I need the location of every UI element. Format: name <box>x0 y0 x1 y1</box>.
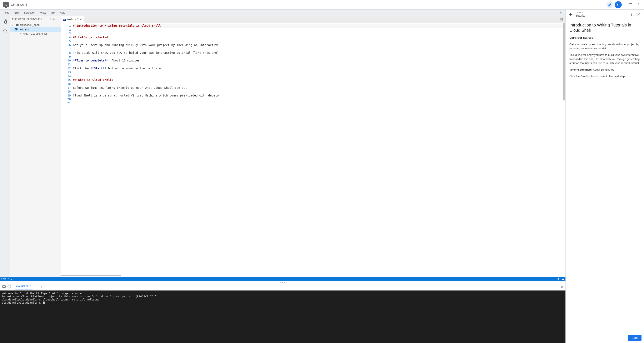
tree-item-label: README-cloudshell.txt <box>19 32 47 36</box>
editor-menubar: File Edit Selection View Go Help ✕ <box>0 10 566 16</box>
more-button[interactable] <box>635 1 642 8</box>
svg-rect-8 <box>562 279 564 280</box>
svg-point-4 <box>638 6 639 6</box>
code-editor[interactable]: 123456789101112131415161718192021 # Intr… <box>61 23 566 274</box>
tutorial-title: Introduction to Writing Tutorials in Clo… <box>570 22 640 33</box>
tutorial-header-title: Tutorial <box>576 14 585 17</box>
pane-resize-handle[interactable]: • • • <box>0 281 566 284</box>
top-app-bar: Cloud Shell <box>0 0 644 10</box>
editor-status-bar: 0 0 <box>0 277 566 281</box>
divider <box>624 2 624 7</box>
tutorial-back-icon[interactable] <box>567 11 574 18</box>
svg-point-11 <box>631 13 632 13</box>
explorer-more-icon[interactable]: ⋯ <box>56 18 58 21</box>
explorer-title: EXPLORER: CLOUDSHELL <box>12 18 42 20</box>
tutorial-close-icon[interactable] <box>635 11 642 18</box>
tutorial-paragraph: This guide will show you how to build yo… <box>570 53 640 65</box>
topbar-right <box>606 1 642 8</box>
console-icon <box>616 3 620 7</box>
editor-tab-hello-md[interactable]: M↓ hello.md ✕ <box>61 16 84 23</box>
notifications-icon[interactable] <box>557 278 560 280</box>
tutorial-paragraph: Click the Start button to move to the ne… <box>570 74 640 78</box>
status-warnings[interactable]: 0 <box>8 278 12 280</box>
explorer-icon[interactable] <box>1 18 9 26</box>
more-vert-icon <box>637 3 641 7</box>
settings-icon[interactable] <box>8 285 11 289</box>
warning-icon <box>8 278 10 280</box>
tree-folder-cloudshell-open[interactable]: ▸ cloudshell_open <box>10 22 61 27</box>
menu-go[interactable]: Go <box>48 10 57 16</box>
start-button[interactable]: Start <box>628 335 642 341</box>
tabbar-spacer <box>84 16 558 23</box>
search-icon[interactable] <box>1 27 9 35</box>
explorer-header: EXPLORER: CLOUDSHELL ⟳ ⧉ ⋯ <box>10 16 61 22</box>
svg-rect-1 <box>629 4 632 4</box>
tutorial-header: LEARN Tutorial <box>566 10 644 19</box>
pencil-icon <box>608 3 612 7</box>
code-content[interactable]: # Introduction to Writing Tutorials in C… <box>73 23 566 274</box>
editor-area: M↓ hello.md ✕ 12345678910111213141516171… <box>61 16 566 277</box>
activity-bar <box>0 16 10 277</box>
topbar-left: Cloud Shell <box>2 2 27 7</box>
menu-selection[interactable]: Selection <box>22 10 38 16</box>
menu-view[interactable]: View <box>38 10 48 16</box>
terminal-tab-cloudshell[interactable]: cloudshell ✕ <box>16 284 32 290</box>
tree-item-label: cloudshell_open <box>20 23 40 26</box>
open-window-button[interactable] <box>627 1 634 8</box>
start-ref: Start <box>580 74 587 78</box>
collapse-icon[interactable]: ⧉ <box>53 18 55 21</box>
terminal-close-icon[interactable]: ✕ <box>561 285 563 289</box>
terminal[interactable]: Welcome to Cloud Shell! Type "help" to g… <box>0 290 566 343</box>
menu-file[interactable]: File <box>2 10 12 16</box>
layout-icon[interactable] <box>562 278 564 280</box>
menu-help[interactable]: Help <box>57 10 68 16</box>
terminal-tabbar: cloudshell ✕ ＋ ▾ ✕ <box>0 284 566 290</box>
tutorial-more-icon[interactable] <box>628 11 635 18</box>
tree-file-readme[interactable]: ≡ README-cloudshell.txt <box>10 32 61 36</box>
time-value: : About 10 minutes <box>592 68 614 71</box>
text-file-icon: ≡ <box>14 32 18 36</box>
app-title: Cloud Shell <box>11 3 27 6</box>
vertical-scrollbar[interactable] <box>562 23 566 274</box>
outline-icon[interactable] <box>558 16 566 23</box>
line-number-gutter: 123456789101112131415161718192021 <box>61 23 73 274</box>
error-icon <box>1 278 4 280</box>
terminal-button[interactable] <box>614 1 622 8</box>
svg-point-12 <box>631 14 632 14</box>
terminal-tab-dropdown-icon[interactable]: ▾ <box>41 286 42 288</box>
folder-icon <box>16 23 19 26</box>
svg-point-5 <box>4 29 6 32</box>
markdown-icon: M↓ <box>14 28 18 31</box>
tutorial-overline: LEARN <box>576 12 585 14</box>
refresh-icon[interactable]: ⟳ <box>50 18 52 21</box>
svg-point-2 <box>638 3 639 4</box>
tutorial-paragraph: Time to complete: About 10 minutes <box>570 68 640 72</box>
svg-point-3 <box>638 4 639 5</box>
tutorial-subtitle: Let's get started! <box>570 36 640 40</box>
web-preview-icon <box>628 3 632 7</box>
editor-close-icon[interactable]: ✕ <box>558 11 563 14</box>
warning-count: 0 <box>11 278 12 280</box>
terminal-tab-label: cloudshell <box>16 284 28 288</box>
tree-item-label: hello.md <box>19 28 29 31</box>
svg-point-10 <box>9 286 10 287</box>
terminal-tab-close-icon[interactable]: ✕ <box>29 284 32 288</box>
svg-rect-9 <box>2 286 6 288</box>
horizontal-scrollbar[interactable] <box>61 274 566 277</box>
tutorial-body: Introduction to Writing Tutorials in Clo… <box>566 19 644 332</box>
edit-button[interactable] <box>606 1 613 8</box>
time-label: Time to complete <box>570 68 592 71</box>
menu-edit[interactable]: Edit <box>12 10 22 16</box>
tree-file-hello-md[interactable]: M↓ hello.md <box>10 27 61 32</box>
editor-tabbar: M↓ hello.md ✕ <box>61 16 566 23</box>
tutorial-footer: Start <box>566 332 644 343</box>
status-errors[interactable]: 0 <box>1 278 6 280</box>
tutorial-panel: LEARN Tutorial Introduction to Writing T… <box>566 10 644 343</box>
tutorial-paragraph: Get your users up and running quickly wi… <box>570 42 640 50</box>
keyboard-icon[interactable] <box>2 285 6 289</box>
svg-point-13 <box>631 15 632 16</box>
explorer-panel: EXPLORER: CLOUDSHELL ⟳ ⧉ ⋯ ▸ cloudshell_… <box>10 16 61 277</box>
markdown-icon: M↓ <box>63 18 66 21</box>
terminal-add-tab-icon[interactable]: ＋ <box>34 285 39 289</box>
tab-close-icon[interactable]: ✕ <box>80 18 82 21</box>
